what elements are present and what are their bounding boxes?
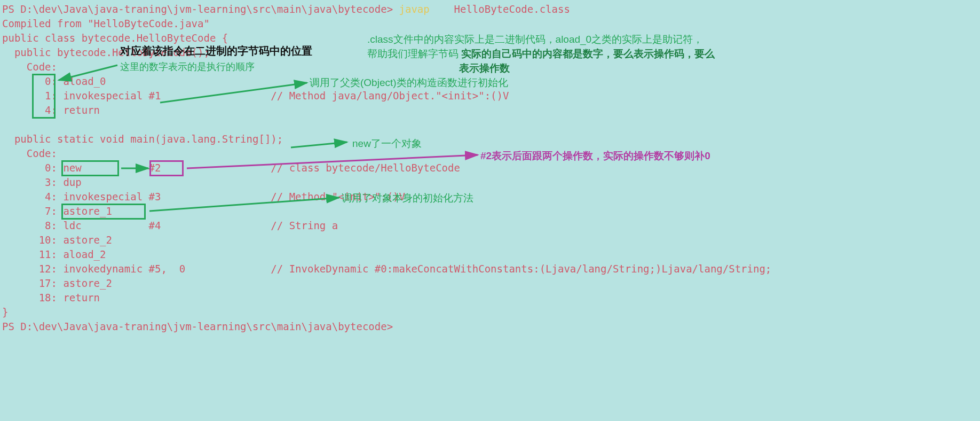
prompt-path-2: PS D:\dev\Java\java-traning\jvm-learning… bbox=[2, 321, 393, 332]
prompt-arg: HelloByteCode.class bbox=[430, 3, 570, 15]
prompt-path: PS D:\dev\Java\java-traning\jvm-learning… bbox=[2, 3, 399, 15]
annot-operand-count: #2表示后面跟两个操作数，实际的操作数不够则补0 bbox=[480, 149, 710, 163]
annot-class-file-desc-line2a: 帮助我们理解字节码 bbox=[367, 48, 461, 59]
ctor-line-0: 0: aload_0 bbox=[2, 75, 106, 87]
out-close-brace: } bbox=[2, 306, 8, 318]
annot-class-file-desc-line2b: 实际的自己码中的内容都是数字，要么表示操作码，要么 bbox=[461, 48, 715, 59]
annot-exec-order: 这里的数字表示的是执行的顺序 bbox=[120, 60, 255, 74]
blank-line bbox=[2, 119, 8, 130]
annot-class-file-desc: .class文件中的内容实际上是二进制代码，aload_0之类的实际上是助记符，… bbox=[367, 32, 715, 75]
annot-object-init: 调用了父类(Object)类的构造函数进行初始化 bbox=[310, 75, 508, 90]
annot-new-object: new了一个对象 bbox=[352, 136, 422, 151]
main-line-17: 17: astore_2 bbox=[2, 277, 112, 289]
out-code-label-1: Code: bbox=[2, 61, 57, 73]
out-main-decl: public static void main(java.lang.String… bbox=[2, 133, 283, 145]
main-line-0: 0: new #2 // class bytecode/HelloByteCod… bbox=[2, 162, 460, 174]
terminal-canvas: PS D:\dev\Java\java-traning\jvm-learning… bbox=[0, 0, 980, 421]
main-line-3: 3: dup bbox=[2, 176, 82, 188]
main-line-18: 18: return bbox=[2, 292, 100, 303]
out-class-decl: public class bytecode.HelloByteCode { bbox=[2, 32, 228, 44]
out-compiled-from: Compiled from "HelloByteCode.java" bbox=[2, 18, 210, 29]
annot-class-file-desc-line1: .class文件中的内容实际上是二进制代码，aload_0之类的实际上是助记符， bbox=[367, 34, 703, 45]
ctor-line-1: 1: invokespecial #1 // Method java/lang/… bbox=[2, 90, 509, 102]
main-line-10: 10: astore_2 bbox=[2, 234, 112, 246]
annot-self-init: 调用了对象本身的初始化方法 bbox=[342, 191, 473, 205]
main-line-7: 7: astore_1 bbox=[2, 205, 112, 217]
main-line-11: 11: aload_2 bbox=[2, 248, 106, 260]
main-line-8: 8: ldc #4 // String a bbox=[2, 220, 338, 231]
out-code-label-2: Code: bbox=[2, 147, 57, 159]
prompt-command: javap bbox=[399, 3, 430, 15]
ctor-line-4: 4: return bbox=[2, 104, 100, 116]
annot-offset-position: 对应着该指令在二进制的字节码中的位置 bbox=[120, 44, 312, 58]
annot-class-file-desc-line3: 表示操作数 bbox=[459, 63, 510, 74]
main-line-12: 12: invokedynamic #5, 0 // InvokeDynamic… bbox=[2, 263, 771, 275]
